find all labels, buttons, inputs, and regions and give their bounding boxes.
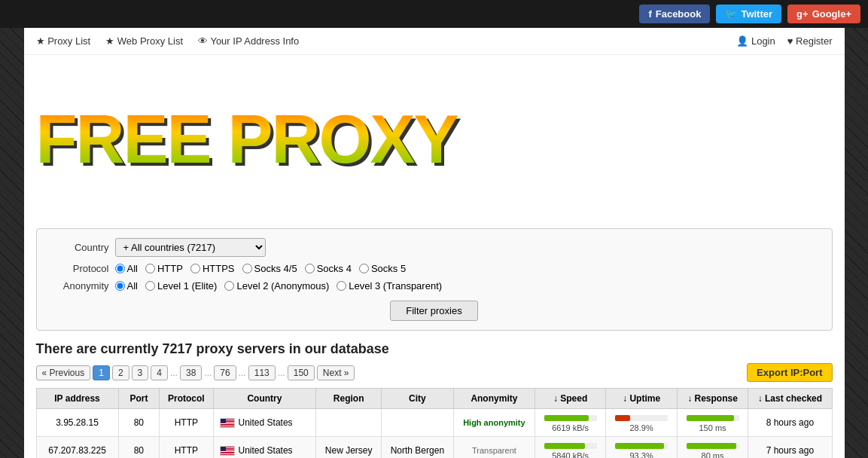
th-port: Port — [118, 389, 160, 409]
anonymity-radio-group: All Level 1 (Elite) Level 2 (Anonymous) … — [115, 280, 443, 292]
protocol-all-radio[interactable] — [115, 264, 125, 273]
export-button[interactable]: Export IP:Port — [747, 363, 832, 382]
protocol-all-label[interactable]: All — [115, 263, 138, 274]
star-icon2: ★ — [105, 35, 114, 47]
top-bar: f Facebook 🐦 Twitter g+ Google+ — [0, 0, 868, 28]
web-proxy-list-link[interactable]: ★ Web Proxy List — [105, 35, 183, 47]
nav-right: 👤 Login ♥ Register — [736, 35, 832, 47]
cell-last-checked: 7 hours ago — [748, 437, 832, 459]
country-select[interactable]: + All countries (7217) — [115, 238, 266, 257]
page-3-button[interactable]: 3 — [132, 365, 149, 380]
cell-last-checked: 8 hours ago — [748, 409, 832, 437]
cell-country: United States — [213, 409, 316, 437]
table-header-row: IP address Port Protocol Country Region … — [36, 389, 832, 409]
protocol-https-label[interactable]: HTTPS — [190, 263, 235, 274]
protocol-radio-group: All HTTP HTTPS Socks 4/5 Socks 4 Socks 5 — [115, 263, 407, 274]
th-uptime[interactable]: ↓ Uptime — [606, 389, 677, 409]
anon-level1-label[interactable]: Level 1 (Elite) — [145, 280, 217, 292]
page-113-button[interactable]: 113 — [248, 365, 276, 380]
googleplus-button[interactable]: g+ Google+ — [787, 5, 860, 23]
cell-uptime: 28.9% — [606, 409, 677, 437]
protocol-label: Protocol — [49, 263, 109, 274]
filter-proxies-button[interactable]: Filter proxies — [390, 301, 477, 321]
cell-speed: 6619 kB/s — [535, 409, 605, 437]
anon-level2-radio[interactable] — [224, 281, 234, 291]
speed-bar-container — [544, 415, 597, 421]
country-name: United States — [239, 445, 293, 456]
anon-all-label[interactable]: All — [115, 280, 138, 292]
cell-city — [381, 409, 453, 437]
googleplus-icon: g+ — [796, 8, 809, 20]
page-4-button[interactable]: 4 — [151, 365, 168, 380]
protocol-http-label[interactable]: HTTP — [145, 263, 183, 274]
uptime-bar-container — [615, 443, 668, 449]
ellipsis-1: ... — [170, 368, 178, 378]
site-logo: FREE PROXY — [36, 101, 458, 179]
cell-response: 150 ms — [677, 409, 748, 437]
response-bar — [687, 415, 734, 421]
facebook-icon: f — [648, 8, 651, 20]
next-page-button[interactable]: Next » — [317, 365, 355, 380]
cell-region: New Jersey — [316, 437, 382, 459]
cell-region — [316, 409, 382, 437]
protocol-socks4-label[interactable]: Socks 4 — [305, 263, 352, 274]
anon-all-radio[interactable] — [115, 281, 125, 291]
th-region: Region — [316, 389, 382, 409]
th-anonymity: Anonymity — [453, 389, 535, 409]
anon-level3-label[interactable]: Level 3 (Transparent) — [337, 280, 442, 292]
anonymity-filter-row: Anonymity All Level 1 (Elite) Level 2 (A… — [49, 280, 820, 292]
protocol-http-radio[interactable] — [145, 264, 155, 273]
person-icon: 👤 — [736, 35, 748, 47]
cell-ip: 67.207.83.225 — [36, 437, 118, 459]
register-link[interactable]: ♥ Register — [787, 35, 833, 47]
facebook-button[interactable]: f Facebook — [639, 5, 710, 23]
twitter-button[interactable]: 🐦 Twitter — [716, 5, 781, 23]
eye-icon: 👁 — [198, 35, 208, 47]
page-76-button[interactable]: 76 — [214, 365, 236, 380]
response-bar-container — [687, 443, 739, 449]
ip-address-info-link[interactable]: 👁 Your IP Address Info — [198, 35, 299, 47]
anon-level1-radio[interactable] — [145, 281, 155, 291]
cell-ip: 3.95.28.15 — [36, 409, 118, 437]
cell-anonymity: Transparent — [453, 437, 535, 459]
protocol-socks45-label[interactable]: Socks 4/5 — [242, 263, 297, 274]
th-response[interactable]: ↓ Response — [677, 389, 748, 409]
star-icon: ★ — [36, 35, 45, 47]
flag-icon — [220, 446, 235, 456]
heart-icon: ♥ — [787, 35, 793, 47]
ellipsis-4: ... — [278, 368, 285, 378]
th-last-checked[interactable]: ↓ Last checked — [748, 389, 832, 409]
nav-left: ★ Proxy List ★ Web Proxy List 👁 Your IP … — [36, 35, 300, 47]
twitter-icon: 🐦 — [725, 8, 737, 20]
speed-value: 6619 kB/s — [541, 423, 599, 432]
speed-bar — [544, 443, 586, 449]
country-name: United States — [239, 417, 293, 428]
country-label: Country — [49, 242, 109, 253]
th-speed[interactable]: ↓ Speed — [535, 389, 605, 409]
speed-bar-container — [544, 443, 597, 449]
page-2-button[interactable]: 2 — [112, 365, 129, 380]
response-value: 80 ms — [684, 451, 742, 458]
anon-level2-label[interactable]: Level 2 (Anonymous) — [224, 280, 329, 292]
pagination: « Previous 1 2 3 4 ... 38 ... 76 ... 113… — [36, 365, 355, 380]
nav-bar: ★ Proxy List ★ Web Proxy List 👁 Your IP … — [24, 28, 845, 55]
page-1-button[interactable]: 1 — [93, 365, 110, 380]
country-filter-row: Country + All countries (7217) — [49, 238, 820, 257]
login-link[interactable]: 👤 Login — [736, 35, 775, 47]
ellipsis-2: ... — [204, 368, 212, 378]
protocol-socks4-radio[interactable] — [305, 264, 315, 273]
cell-protocol: HTTP — [160, 409, 213, 437]
uptime-value: 28.9% — [612, 423, 670, 432]
th-protocol: Protocol — [160, 389, 213, 409]
prev-page-button[interactable]: « Previous — [36, 365, 91, 380]
logo-area: FREE PROXY — [24, 55, 845, 221]
protocol-https-radio[interactable] — [190, 264, 200, 273]
protocol-socks5-label[interactable]: Socks 5 — [359, 263, 406, 274]
protocol-socks5-radio[interactable] — [359, 264, 369, 273]
page-150-button[interactable]: 150 — [288, 365, 315, 380]
proxy-list-link[interactable]: ★ Proxy List — [36, 35, 91, 47]
page-38-button[interactable]: 38 — [180, 365, 202, 380]
protocol-socks45-radio[interactable] — [242, 264, 252, 273]
anon-level3-radio[interactable] — [337, 281, 346, 291]
cell-anonymity: High anonymity — [453, 409, 535, 437]
